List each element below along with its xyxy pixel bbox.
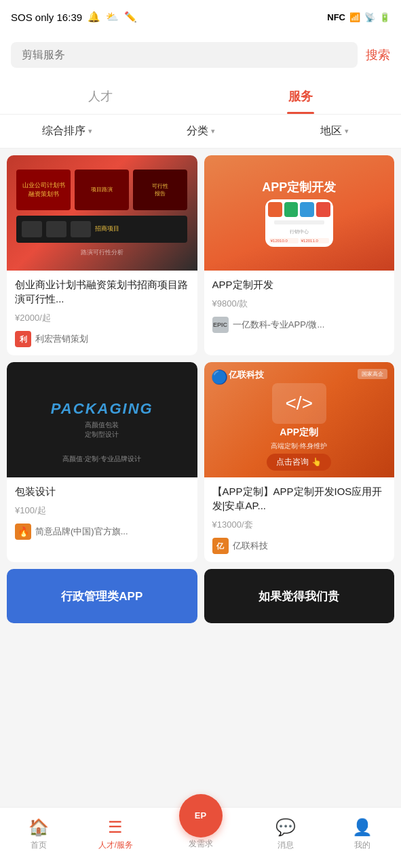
home-icon: 🏠 (28, 818, 49, 837)
card-price-4: ¥13000/套 (212, 518, 387, 531)
card-seller-3: 🔥 简意品牌(中国)官方旗... (15, 524, 189, 540)
nav-item-message[interactable]: 💬 消息 (247, 808, 324, 861)
status-left: SOS only 16:39 🔔 ⛅ ✏️ (11, 11, 137, 23)
seller-name-1: 利宏营销策划 (35, 333, 88, 345)
nav-label-home: 首页 (31, 840, 47, 851)
card-seller-4: 亿 亿联科技 (212, 538, 387, 554)
card-body-2: APP定制开发 ¥9800/款 EPIC 一亿数科-专业APP/微... (204, 271, 395, 341)
banner-cost-text: 如果觉得我们贵 (259, 589, 339, 604)
nfc-icon: NFC (327, 12, 345, 22)
nav-label-message: 消息 (278, 840, 294, 851)
seller-avatar-1: 利 (15, 331, 31, 347)
card-price-2: ¥9800/款 (212, 297, 387, 310)
card-seller-1: 利 利宏营销策划 (15, 331, 189, 347)
card-body-4: 【APP定制】APP定制开发IOS应用开发|安卓AP... ¥13000/套 亿… (204, 477, 395, 562)
seller-avatar-2: EPIC (212, 317, 229, 333)
search-input-wrapper[interactable] (11, 42, 358, 68)
product-card-2[interactable]: APP定制开发 行销中心 ¥12010.0 ¥12011.0 APP定制开发 (204, 155, 395, 355)
bottom-banners: 行政管理类APP 如果觉得我们贵 (0, 562, 401, 623)
network-icon: 📶 (349, 12, 360, 22)
battery-icon: 🔋 (379, 12, 390, 22)
seller-name-2: 一亿数科-专业APP/微... (233, 319, 325, 331)
product-grid: 山业公司计划书融资策划书 项目路演 可行性报告 招商项目 路演可行性分析 (0, 155, 401, 562)
status-text: SOS only 16:39 (11, 12, 82, 23)
nav-item-talent-service[interactable]: ☰ 人才/服务 (77, 808, 155, 861)
search-input[interactable] (22, 49, 347, 61)
nav-item-profile[interactable]: 👤 我的 (324, 808, 401, 861)
tab-talent[interactable]: 人才 (0, 76, 201, 114)
card-image-2: APP定制开发 行销中心 ¥12010.0 ¥12011.0 (204, 155, 395, 271)
filter-bar: 综合排序 ▾ 分类 ▾ 地区 ▾ (0, 115, 401, 149)
card-body-1: 创业商业计划书融资策划书招商项目路演可行性... ¥2000/起 利 利宏营销策… (7, 271, 197, 355)
product-card-4[interactable]: 🔵 亿联科技 国家高企 </> APP定制 高端定制·终身维护 点击咨询👆 【A… (204, 362, 395, 562)
chevron-down-icon: ▾ (88, 127, 92, 136)
card-image-3: PACKAGING 高颜值包装 定制型设计 高颜值·定制·专业品牌设计 (7, 362, 197, 477)
phone-mockup: 行销中心 ¥12010.0 ¥12011.0 (265, 199, 333, 247)
card-title-1: 创业商业计划书融资策划书招商项目路演可行性... (15, 277, 189, 306)
filter-sort[interactable]: 综合排序 ▾ (0, 124, 134, 138)
nav-label-talent-service: 人才/服务 (98, 840, 133, 851)
nav-label-profile: 我的 (354, 840, 370, 851)
card-image-4: 🔵 亿联科技 国家高企 </> APP定制 高端定制·终身维护 点击咨询👆 (204, 362, 395, 477)
seller-avatar-4: 亿 (212, 538, 229, 554)
search-button[interactable]: 搜索 (366, 47, 390, 63)
search-bar: 搜索 (0, 34, 401, 76)
card-price-1: ¥2000/起 (15, 311, 189, 324)
product-card-3[interactable]: PACKAGING 高颜值包装 定制型设计 高颜值·定制·专业品牌设计 包装设计… (7, 362, 197, 562)
card-title-2: APP定制开发 (212, 277, 387, 292)
message-icon: 💬 (275, 818, 296, 837)
tabs: 人才 服务 (0, 76, 401, 115)
profile-icon: 👤 (352, 818, 373, 837)
chevron-down-icon: ▾ (211, 127, 215, 136)
product-card-1[interactable]: 山业公司计划书融资策划书 项目路演 可行性报告 招商项目 路演可行性分析 (7, 155, 197, 355)
seller-name-4: 亿联科技 (233, 540, 268, 552)
wifi-icon: 📡 (364, 12, 375, 22)
card-body-3: 包装设计 ¥100/起 🔥 简意品牌(中国)官方旗... (7, 477, 197, 548)
banner-admin-app[interactable]: 行政管理类APP (7, 569, 197, 623)
filter-category[interactable]: 分类 ▾ (134, 124, 267, 138)
banner-admin-app-text: 行政管理类APP (61, 589, 142, 604)
card-title-3: 包装设计 (15, 484, 189, 498)
card-price-3: ¥100/起 (15, 504, 189, 517)
nav-item-home[interactable]: 🏠 首页 (0, 808, 77, 861)
chevron-down-icon: ▾ (345, 127, 349, 136)
bell-icon: 🔔 (88, 11, 100, 23)
seller-avatar-3: 🔥 (15, 524, 31, 540)
fab-label: EP (195, 810, 206, 821)
fab-post-button[interactable]: EP (179, 794, 223, 837)
filter-region[interactable]: 地区 ▾ (267, 124, 401, 138)
tab-service[interactable]: 服务 (201, 76, 402, 114)
cloud-icon: ⛅ (106, 11, 119, 23)
card-seller-2: EPIC 一亿数科-专业APP/微... (212, 317, 387, 333)
card-image-1: 山业公司计划书融资策划书 项目路演 可行性报告 招商项目 路演可行性分析 (7, 155, 197, 271)
banner-cost[interactable]: 如果觉得我们贵 (204, 569, 395, 623)
nav-label-post: 发需求 (189, 838, 213, 850)
status-right: NFC 📶 📡 🔋 (327, 12, 390, 22)
card-title-4: 【APP定制】APP定制开发IOS应用开发|安卓AP... (212, 484, 387, 513)
edit-icon: ✏️ (124, 11, 137, 23)
status-bar: SOS only 16:39 🔔 ⛅ ✏️ NFC 📶 📡 🔋 (0, 0, 401, 34)
talent-service-icon: ☰ (108, 818, 123, 837)
seller-name-3: 简意品牌(中国)官方旗... (35, 526, 128, 538)
